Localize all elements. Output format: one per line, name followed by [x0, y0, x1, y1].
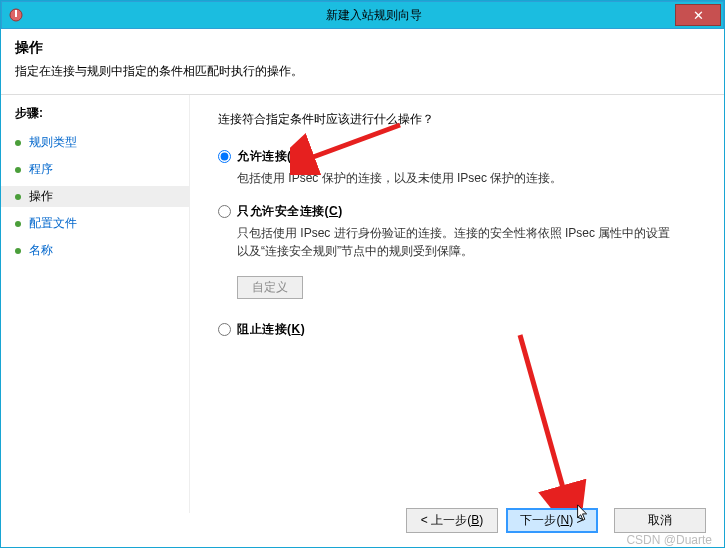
back-button[interactable]: < 上一步(B)	[406, 508, 498, 533]
svg-line-3	[520, 335, 565, 495]
window-title: 新建入站规则向导	[24, 7, 723, 24]
radio-allow[interactable]	[218, 150, 231, 163]
mouse-cursor-icon	[576, 504, 590, 522]
step-label: 程序	[29, 161, 53, 178]
page-description: 指定在连接与规则中指定的条件相匹配时执行的操作。	[15, 63, 710, 80]
cancel-button[interactable]: 取消	[614, 508, 706, 533]
bullet-icon	[15, 140, 21, 146]
bullet-icon	[15, 248, 21, 254]
step-name[interactable]: 名称	[15, 240, 175, 261]
option-secure-label: 只允许安全连接(C)	[237, 203, 343, 220]
titlebar: 新建入站规则向导 ✕	[1, 1, 724, 29]
bullet-icon	[15, 221, 21, 227]
steps-sidebar: 步骤: 规则类型 程序 操作 配置文件 名称	[1, 95, 189, 513]
option-block-label: 阻止连接(K)	[237, 321, 305, 338]
option-secure[interactable]: 只允许安全连接(C)	[218, 203, 704, 220]
page-title: 操作	[15, 39, 710, 57]
option-allow-desc: 包括使用 IPsec 保护的连接，以及未使用 IPsec 保护的连接。	[237, 169, 677, 187]
step-program[interactable]: 程序	[15, 159, 175, 180]
option-block[interactable]: 阻止连接(K)	[218, 321, 704, 338]
radio-block[interactable]	[218, 323, 231, 336]
step-profile[interactable]: 配置文件	[15, 213, 175, 234]
step-label: 名称	[29, 242, 53, 259]
steps-heading: 步骤:	[15, 105, 175, 122]
step-rule-type[interactable]: 规则类型	[15, 132, 175, 153]
radio-secure[interactable]	[218, 205, 231, 218]
main-panel: 连接符合指定条件时应该进行什么操作？ 允许连接(A) 包括使用 IPsec 保护…	[189, 95, 724, 513]
step-label: 配置文件	[29, 215, 77, 232]
wizard-body: 步骤: 规则类型 程序 操作 配置文件 名称 连接符合指	[1, 94, 724, 513]
step-label: 操作	[29, 188, 53, 205]
annotation-arrow-icon	[495, 325, 595, 515]
wizard-window: 新建入站规则向导 ✕ 操作 指定在连接与规则中指定的条件相匹配时执行的操作。 步…	[0, 0, 725, 548]
svg-rect-1	[15, 10, 17, 17]
option-secure-desc: 只包括使用 IPsec 进行身份验证的连接。连接的安全性将依照 IPsec 属性…	[237, 224, 677, 260]
option-allow[interactable]: 允许连接(A)	[218, 148, 704, 165]
close-button[interactable]: ✕	[675, 4, 721, 26]
watermark: CSDN @Duarte	[626, 533, 712, 547]
app-icon	[8, 7, 24, 23]
customize-button: 自定义	[237, 276, 303, 299]
wizard-button-bar: < 上一步(B) 下一步(N) > 取消	[406, 508, 706, 533]
bullet-icon	[15, 167, 21, 173]
bullet-icon	[15, 194, 21, 200]
step-action[interactable]: 操作	[1, 186, 189, 207]
page-header: 操作 指定在连接与规则中指定的条件相匹配时执行的操作。	[1, 29, 724, 94]
question-text: 连接符合指定条件时应该进行什么操作？	[218, 111, 704, 128]
option-allow-label: 允许连接(A)	[237, 148, 305, 165]
step-label: 规则类型	[29, 134, 77, 151]
